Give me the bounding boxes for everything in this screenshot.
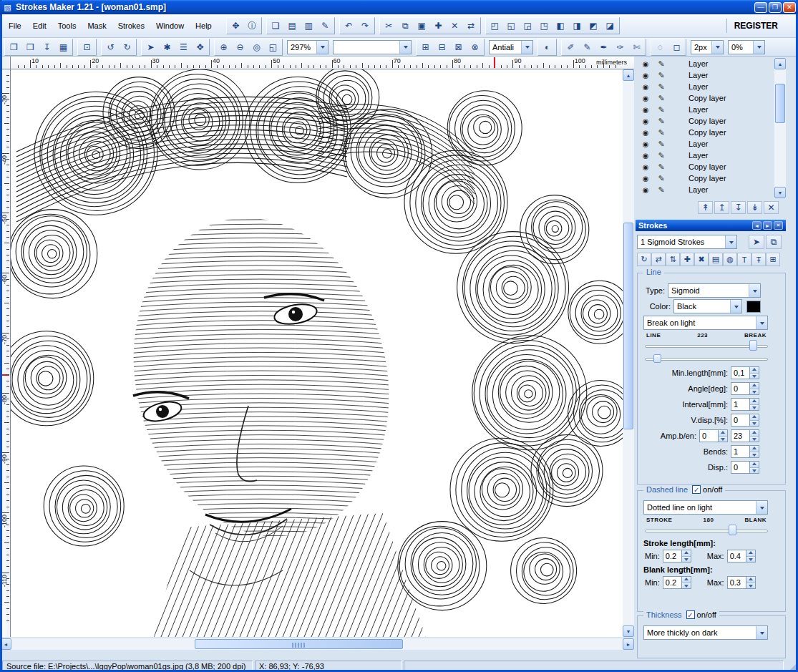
- menu-mask[interactable]: Mask: [82, 19, 112, 33]
- tile-vertical-icon[interactable]: ▥: [301, 19, 317, 33]
- zoom-combo[interactable]: 297%: [287, 40, 329, 54]
- chevron-down-icon[interactable]: [753, 41, 764, 54]
- lasso-icon[interactable]: ◌: [652, 40, 668, 54]
- thickness-onoff-checkbox[interactable]: ✓: [686, 610, 695, 619]
- redo-icon[interactable]: ↷: [357, 19, 374, 33]
- mask-bottom-icon[interactable]: ◱: [503, 19, 520, 33]
- move-layer-down-icon[interactable]: ↧: [731, 201, 746, 214]
- stroke-blank-slider[interactable]: [645, 524, 768, 537]
- spin-up-icon[interactable]: [746, 550, 755, 556]
- layer-row[interactable]: ◉✎Layer: [636, 81, 774, 92]
- spin-down-icon[interactable]: [750, 373, 759, 379]
- layers-scroll-thumb[interactable]: [775, 84, 785, 124]
- scroll-up-icon[interactable]: ▲: [623, 69, 634, 81]
- spin-up-icon[interactable]: [750, 399, 759, 404]
- edit-strokes-icon[interactable]: ✎: [317, 19, 334, 33]
- spin-down-icon[interactable]: [682, 583, 691, 589]
- menu-file[interactable]: File: [3, 19, 27, 33]
- spin-down-icon[interactable]: [746, 556, 755, 563]
- remove-strokes-icon[interactable]: ✖: [694, 253, 709, 266]
- swap-strokes-icon[interactable]: ⇄: [651, 253, 666, 266]
- mask-left-icon[interactable]: ◲: [520, 19, 536, 33]
- stroke-min-spinner[interactable]: 0.2: [663, 550, 691, 563]
- disp-spinner[interactable]: 0: [731, 461, 759, 474]
- spin-down-icon[interactable]: [750, 452, 759, 458]
- vertical-scrollbar[interactable]: ▲ ▼: [623, 69, 634, 637]
- chevron-down-icon[interactable]: [730, 300, 741, 313]
- new-file-icon[interactable]: ❐: [6, 40, 22, 54]
- preview-strokes-icon[interactable]: ◍: [723, 253, 737, 266]
- crop-icon[interactable]: ◻: [668, 40, 685, 54]
- mask-half-right-icon[interactable]: ◨: [569, 19, 585, 33]
- erase-icon[interactable]: ✕: [447, 19, 463, 33]
- zoom-fit-icon[interactable]: ◱: [265, 40, 281, 54]
- spin-down-icon[interactable]: [719, 436, 727, 442]
- layer-edit-icon[interactable]: ✎: [656, 71, 667, 80]
- opacity-combo[interactable]: 0%: [728, 40, 765, 54]
- layer-visible-icon[interactable]: ◉: [640, 83, 651, 91]
- layer-row[interactable]: ◉✎Copy layer: [636, 92, 774, 104]
- layer-row[interactable]: ◉✎Layer: [636, 69, 774, 81]
- copy-preset-icon[interactable]: ⧉: [766, 235, 782, 249]
- layer-edit-icon[interactable]: ✎: [656, 185, 667, 195]
- menu-edit[interactable]: Edit: [27, 19, 52, 33]
- apply-preset-icon[interactable]: ➤: [749, 235, 764, 249]
- line-type-combo[interactable]: Sigmoid: [668, 283, 761, 298]
- layer-row[interactable]: ◉✎Copy layer: [636, 115, 774, 127]
- line-mode-combo[interactable]: Break on light: [643, 316, 768, 330]
- regenerate-strokes-icon[interactable]: ↻: [637, 253, 651, 266]
- horizontal-scroll-track[interactable]: [11, 638, 623, 650]
- layer-row[interactable]: ◉✎Copy layer: [636, 161, 774, 172]
- chevron-down-icon[interactable]: [521, 41, 532, 54]
- zoom-100-icon[interactable]: ◎: [248, 40, 265, 54]
- amp-end-spinner[interactable]: 23: [731, 429, 759, 442]
- mask-right-icon[interactable]: ◳: [536, 19, 553, 33]
- nib-icon[interactable]: ✒: [595, 40, 612, 54]
- move-layer-top-icon[interactable]: ↟: [698, 201, 713, 214]
- line-color-swatch[interactable]: [746, 301, 761, 313]
- pen-size-combo[interactable]: 2px: [691, 40, 724, 54]
- panel-close-icon[interactable]: ✕: [774, 221, 783, 230]
- open-file-icon[interactable]: ❒: [22, 40, 39, 54]
- thickness-mode-combo[interactable]: More thickly on dark: [643, 625, 768, 640]
- layer-edit-icon[interactable]: ✎: [656, 128, 667, 137]
- bends-spinner[interactable]: 1: [731, 445, 759, 458]
- paste-icon[interactable]: ▣: [414, 19, 430, 33]
- delete-layer-icon[interactable]: ✕: [764, 201, 779, 214]
- chevron-down-icon[interactable]: [399, 41, 411, 54]
- spin-up-icon[interactable]: [682, 550, 691, 556]
- slider-thumb[interactable]: [729, 525, 736, 535]
- tile-horizontal-icon[interactable]: ▤: [284, 19, 301, 33]
- copy-icon[interactable]: ⧉: [397, 19, 414, 33]
- layer-row[interactable]: ◉✎Layer: [636, 58, 774, 69]
- rotate-right-icon[interactable]: ↻: [119, 40, 135, 54]
- chevron-down-icon[interactable]: [711, 41, 723, 54]
- layer-row[interactable]: ◉✎Copy layer: [636, 127, 774, 138]
- mask-diag-right-icon[interactable]: ◪: [602, 19, 618, 33]
- interval-spinner[interactable]: 1: [731, 398, 759, 411]
- menu-window[interactable]: Window: [150, 19, 190, 33]
- spin-up-icon[interactable]: [746, 577, 755, 583]
- spin-up-icon[interactable]: [750, 462, 759, 467]
- thin-strokes-icon[interactable]: T: [737, 253, 751, 266]
- mask-diag-left-icon[interactable]: ◩: [585, 19, 602, 33]
- spin-down-icon[interactable]: [750, 467, 759, 474]
- panel-scroll-right-icon[interactable]: ►: [763, 221, 772, 230]
- layer-visible-icon[interactable]: ◉: [640, 106, 651, 114]
- layer-visible-icon[interactable]: ◉: [640, 72, 651, 79]
- menu-strokes[interactable]: Strokes: [112, 19, 150, 33]
- preset-select-combo[interactable]: [333, 40, 412, 54]
- select-tool-icon[interactable]: ➤: [142, 40, 159, 54]
- brush-icon[interactable]: ✑: [612, 40, 628, 54]
- panel-scroll-left-icon[interactable]: ◄: [752, 221, 761, 230]
- layer-visible-icon[interactable]: ◉: [640, 186, 651, 194]
- cut-icon[interactable]: ✂: [381, 19, 397, 33]
- zoom-in-icon[interactable]: ⊕: [215, 40, 232, 54]
- menu-tools[interactable]: Tools: [52, 19, 82, 33]
- scroll-up-icon[interactable]: ▲: [774, 58, 786, 69]
- layer-row[interactable]: ◉✎Layer: [636, 184, 774, 195]
- close-button[interactable]: ✕: [783, 2, 796, 13]
- slider-thumb[interactable]: [749, 340, 757, 351]
- spin-down-icon[interactable]: [750, 389, 759, 395]
- thick-strokes-icon[interactable]: Ŧ: [751, 253, 766, 266]
